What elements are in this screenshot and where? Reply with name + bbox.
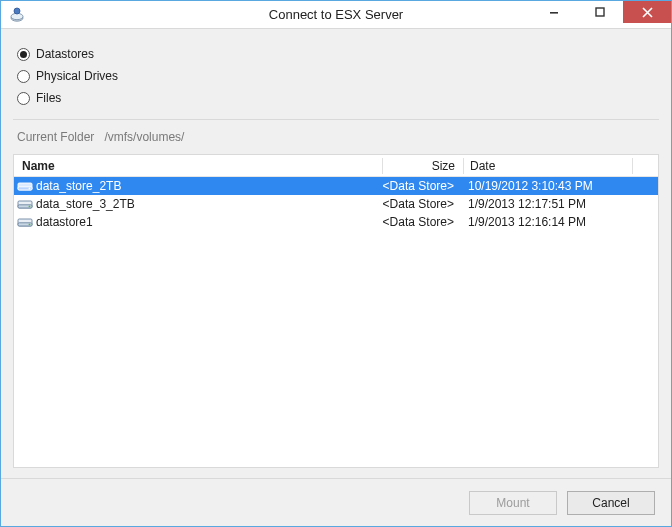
svg-rect-4 [596, 8, 604, 16]
radio-icon [17, 70, 30, 83]
close-button[interactable] [623, 1, 671, 23]
row-name: data_store_2TB [36, 179, 382, 193]
radio-icon [17, 48, 30, 61]
column-header-name[interactable]: Name [14, 159, 382, 173]
separator [13, 119, 659, 120]
column-header-size[interactable]: Size [383, 159, 463, 173]
list-body: data_store_2TB<Data Store>10/19/2012 3:1… [14, 177, 658, 467]
radio-label: Files [36, 91, 61, 105]
button-bar: Mount Cancel [1, 478, 671, 526]
current-folder-path: /vmfs/volumes/ [104, 130, 184, 144]
row-size: <Data Store> [382, 179, 462, 193]
table-row[interactable]: datastore1<Data Store>1/9/2013 12:16:14 … [14, 213, 658, 231]
row-name: datastore1 [36, 215, 382, 229]
datastore-list: Name Size Date data_store_2TB<Data Store… [13, 154, 659, 468]
row-date: 1/9/2013 12:17:51 PM [462, 197, 630, 211]
current-folder-label: Current Folder [17, 130, 94, 144]
row-date: 10/19/2012 3:10:43 PM [462, 179, 630, 193]
svg-point-7 [29, 188, 31, 190]
column-divider [632, 158, 633, 174]
mount-button[interactable]: Mount [469, 491, 557, 515]
svg-point-2 [14, 8, 20, 14]
svg-point-13 [29, 224, 31, 226]
radio-datastores[interactable]: Datastores [17, 43, 655, 65]
source-radio-group: Datastores Physical Drives Files [13, 39, 659, 119]
row-name: data_store_3_2TB [36, 197, 382, 211]
dialog-window: Connect to ESX Server Datastores Physica… [0, 0, 672, 527]
content-area: Datastores Physical Drives Files Current… [1, 29, 671, 478]
radio-physical-drives[interactable]: Physical Drives [17, 65, 655, 87]
maximize-button[interactable] [577, 1, 623, 23]
column-header-date[interactable]: Date [464, 159, 632, 173]
list-header: Name Size Date [14, 155, 658, 177]
svg-point-10 [29, 206, 31, 208]
row-size: <Data Store> [382, 215, 462, 229]
app-icon [9, 7, 25, 23]
radio-icon [17, 92, 30, 105]
datastore-icon [14, 216, 36, 228]
radio-label: Datastores [36, 47, 94, 61]
row-date: 1/9/2013 12:16:14 PM [462, 215, 630, 229]
minimize-button[interactable] [531, 1, 577, 23]
radio-label: Physical Drives [36, 69, 118, 83]
table-row[interactable]: data_store_3_2TB<Data Store>1/9/2013 12:… [14, 195, 658, 213]
datastore-icon [14, 180, 36, 192]
title-bar: Connect to ESX Server [1, 1, 671, 29]
window-controls [531, 1, 671, 28]
radio-files[interactable]: Files [17, 87, 655, 109]
table-row[interactable]: data_store_2TB<Data Store>10/19/2012 3:1… [14, 177, 658, 195]
datastore-icon [14, 198, 36, 210]
row-size: <Data Store> [382, 197, 462, 211]
current-folder-display: Current Folder /vmfs/volumes/ [13, 128, 659, 154]
cancel-button[interactable]: Cancel [567, 491, 655, 515]
svg-rect-3 [550, 12, 558, 14]
